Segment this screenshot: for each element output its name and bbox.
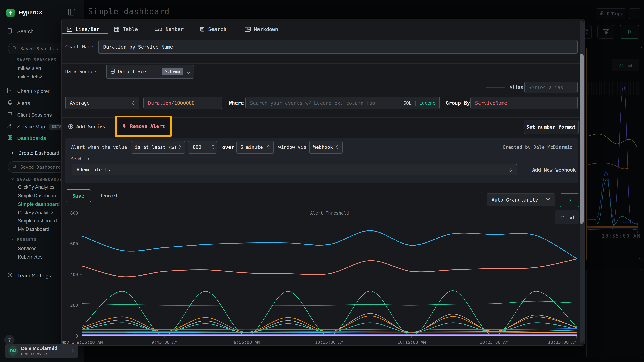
chart-type-toggle[interactable] bbox=[555, 210, 578, 224]
select-caret-icon bbox=[132, 100, 135, 106]
alias-input[interactable] bbox=[528, 85, 574, 90]
select-caret-icon bbox=[178, 145, 181, 150]
select-caret-icon bbox=[187, 69, 190, 74]
remove-alert-label: Remove Alert bbox=[130, 124, 165, 129]
sidebar-item-label: Service Map bbox=[17, 124, 45, 130]
series-service-orangered-flat bbox=[82, 334, 576, 335]
sidebar-item-dashboard[interactable]: Simple dashboard bbox=[18, 218, 57, 224]
group-by-input[interactable]: ServiceName bbox=[470, 97, 578, 109]
select-caret-icon bbox=[336, 145, 339, 150]
presets-header[interactable]: PRESETS bbox=[11, 237, 37, 242]
user-menu[interactable]: DM Dale McDiarmid demo-service - bbox=[5, 344, 78, 358]
alert-channel-select[interactable]: Webhook bbox=[309, 141, 342, 154]
save-button[interactable]: Save bbox=[66, 189, 91, 202]
caret-down-icon bbox=[212, 148, 214, 150]
sidebar-item-client-sessions[interactable]: Client Sessions bbox=[7, 111, 52, 119]
plus-icon: + bbox=[11, 150, 14, 156]
field-operator: / bbox=[172, 100, 174, 106]
lang-sql[interactable]: SQL bbox=[404, 100, 412, 106]
sidebar-item-saved-search[interactable]: mikes alert bbox=[18, 66, 41, 71]
chart-name-input[interactable] bbox=[103, 44, 573, 50]
brand[interactable]: HyperDX bbox=[6, 8, 42, 17]
alert-threshold-stepper[interactable]: 800 bbox=[188, 141, 217, 154]
chevron-down-icon bbox=[11, 57, 14, 62]
sidebar-item-dashboards[interactable]: Dashboards bbox=[7, 135, 46, 142]
add-new-webhook-button[interactable]: Add New Webhook bbox=[532, 164, 576, 176]
sidebar-item-preset[interactable]: Kubernetes bbox=[18, 254, 42, 260]
series-service-cyan bbox=[82, 231, 576, 258]
tab-line-bar[interactable]: Line/Bar bbox=[66, 24, 100, 35]
duration-chart[interactable]: 8006004002000Nov 6 9:35:00 AM9:45:00 AM9… bbox=[62, 209, 585, 346]
save-label: Save bbox=[72, 193, 84, 199]
sidebar-item-preset[interactable]: Services bbox=[18, 246, 36, 251]
granularity-select[interactable]: Auto Granularity bbox=[486, 193, 555, 206]
sidebar-item-label: Search bbox=[17, 29, 34, 34]
create-dashboard-button[interactable]: + Create Dashboard bbox=[11, 150, 60, 156]
tab-search[interactable]: Search bbox=[200, 24, 226, 35]
section-header-label: SAVED SEARCHES bbox=[17, 57, 56, 62]
one-two-three-icon: 123 bbox=[154, 27, 162, 32]
series-service-blue-flat bbox=[82, 329, 576, 330]
sidebar-item-search[interactable]: Search bbox=[7, 28, 34, 35]
send-to-select[interactable]: #demo-alerts bbox=[72, 164, 517, 176]
sidebar-item-team-settings[interactable]: Team Settings bbox=[7, 272, 51, 279]
user-name: Dale McDiarmid bbox=[21, 346, 58, 351]
sidebar-item-dashboard[interactable]: Simple Dashboard bbox=[18, 193, 58, 198]
lang-lucene[interactable]: Lucene bbox=[419, 100, 436, 106]
add-series-button[interactable]: Add Series bbox=[68, 119, 105, 134]
saved-dashboards-header[interactable]: SAVED DASHBOARDS bbox=[11, 177, 62, 182]
set-number-format-label: Set number format bbox=[526, 124, 576, 130]
stepper-buttons[interactable] bbox=[208, 141, 217, 153]
group-by-label: Group By bbox=[446, 97, 470, 109]
search-doc-icon bbox=[200, 27, 205, 32]
sidebar-item-dashboard[interactable]: ClickPy Analytics bbox=[18, 210, 54, 215]
sidebar-item-dashboard[interactable]: My Dashboard bbox=[18, 227, 49, 232]
svg-text:9:55:00 AM: 9:55:00 AM bbox=[234, 340, 260, 345]
user-subtitle: demo-service - bbox=[21, 351, 58, 356]
sidebar-item-chart-explorer[interactable]: Chart Explorer bbox=[7, 88, 50, 95]
bell-icon bbox=[122, 124, 127, 129]
cancel-button[interactable]: Cancel bbox=[100, 189, 118, 201]
sidebar-collapse-button[interactable] bbox=[68, 8, 76, 16]
schema-badge[interactable]: Schema bbox=[162, 68, 183, 75]
granularity-value: Auto Granularity bbox=[492, 197, 538, 203]
aggregation-select[interactable]: Average bbox=[65, 97, 139, 109]
tab-table[interactable]: Table bbox=[114, 24, 138, 35]
svg-text:600: 600 bbox=[70, 241, 78, 246]
help-button[interactable]: ? bbox=[4, 335, 15, 345]
set-number-format-button[interactable]: Set number format bbox=[524, 120, 578, 134]
lang-divider: | bbox=[414, 100, 417, 106]
alert-window-select[interactable]: 5 minute bbox=[236, 141, 274, 154]
svg-text:800: 800 bbox=[70, 211, 78, 216]
remove-alert-button[interactable]: Remove Alert bbox=[115, 116, 172, 137]
alert-window-value: 5 minute bbox=[240, 145, 263, 150]
field-expression-input[interactable]: Duration/1000000 bbox=[144, 97, 222, 109]
divider bbox=[62, 63, 584, 64]
database-icon bbox=[110, 68, 115, 75]
scrollbar-thumb[interactable] bbox=[580, 54, 584, 224]
saved-searches-header[interactable]: SAVED SEARCHES bbox=[11, 57, 56, 62]
run-chart-button[interactable] bbox=[560, 193, 579, 207]
tab-label: Markdown bbox=[254, 26, 278, 32]
series-service-green-flat bbox=[82, 301, 576, 305]
sidebar-item-service-map[interactable]: Service Map BETA bbox=[7, 123, 64, 130]
line-chart-icon bbox=[66, 26, 72, 32]
sidebar-item-alerts[interactable]: Alerts bbox=[7, 100, 30, 107]
service-map-icon bbox=[7, 123, 13, 130]
alert-condition-select[interactable]: is at least (≥) bbox=[131, 141, 185, 154]
where-search-input[interactable] bbox=[250, 100, 401, 106]
data-source-select[interactable]: Demo Traces Schema bbox=[106, 64, 194, 79]
alias-label: Alias bbox=[510, 82, 524, 93]
search-doc-icon bbox=[7, 28, 13, 35]
tab-number[interactable]: 123 Number bbox=[154, 24, 184, 35]
sidebar-item-dashboard-active[interactable]: Simple dashboard bbox=[18, 201, 60, 207]
tab-markdown[interactable]: Markdown bbox=[245, 24, 278, 35]
chart-editor-modal: Line/Bar Table 123 Number Search Markdow… bbox=[61, 18, 584, 346]
chevron-down-icon bbox=[11, 237, 14, 242]
caret-up-icon bbox=[212, 145, 214, 146]
svg-text:10:35:00 AM: 10:35:00 AM bbox=[548, 340, 576, 345]
sidebar-item-saved-search[interactable]: mikes tets2 bbox=[18, 74, 42, 79]
tab-label: Number bbox=[166, 26, 184, 32]
sidebar-item-dashboard[interactable]: ClickPy Analytics bbox=[18, 184, 54, 190]
section-header-label: SAVED DASHBOARDS bbox=[17, 177, 62, 182]
